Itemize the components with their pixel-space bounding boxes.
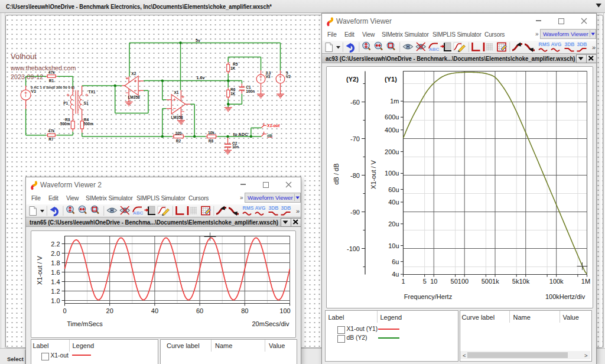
svg-text:5: 5 — [422, 277, 426, 284]
svg-text:dB / dB: dB / dB — [332, 163, 339, 184]
svg-text:47k: 47k — [48, 129, 55, 133]
svg-text:1.4: 1.4 — [51, 278, 60, 285]
svg-text:500m: 500m — [60, 122, 70, 126]
svg-text:X1-out: X1-out — [266, 124, 280, 128]
svg-text:400u: 400u — [385, 126, 399, 133]
svg-text:Frequency/Hertz: Frequency/Hertz — [404, 292, 451, 300]
svg-text:1.8: 1.8 — [51, 259, 60, 266]
svg-text:X1-out / V: X1-out / V — [36, 255, 43, 285]
svg-text:RMS: RMS — [539, 41, 550, 47]
svg-text:(Y1): (Y1) — [385, 75, 397, 82]
svg-text:1.2: 1.2 — [51, 287, 60, 294]
svg-text:1.0: 1.0 — [51, 297, 60, 304]
svg-text:X1: X1 — [174, 90, 179, 95]
svg-text:X1-out / V: X1-out / V — [369, 160, 376, 189]
svg-text:600u: 600u — [385, 113, 399, 121]
svg-text:2.2: 2.2 — [51, 240, 60, 247]
svg-text:R3: R3 — [65, 118, 70, 122]
svg-text:to ADC: to ADC — [233, 132, 248, 137]
svg-text:5001k: 5001k — [481, 277, 499, 284]
svg-text:Volhout: Volhout — [11, 52, 37, 61]
svg-text:(Y2): (Y2) — [346, 75, 359, 82]
svg-text:20u: 20u — [388, 220, 399, 227]
svg-text:10: 10 — [430, 277, 437, 284]
svg-text:5k10k: 5k10k — [512, 277, 529, 284]
svg-text:-90: -90 — [350, 208, 360, 215]
svg-text:1M: 1M — [581, 277, 590, 284]
svg-text:200u: 200u — [385, 148, 399, 155]
svg-text:P1: P1 — [63, 101, 68, 105]
svg-text:-60: -60 — [350, 98, 360, 105]
svg-text:50100: 50100 — [450, 277, 469, 284]
svg-text:dB: dB — [267, 134, 272, 138]
svg-text:20mSecs/div: 20mSecs/div — [252, 320, 290, 327]
svg-text:Time/mSecs: Time/mSecs — [67, 320, 103, 327]
svg-text:X2: X2 — [131, 72, 136, 76]
svg-text:500m: 500m — [83, 122, 93, 126]
svg-text:100k: 100k — [549, 277, 563, 284]
svg-text:»: » — [592, 44, 596, 51]
svg-text:AVG: AVG — [551, 41, 562, 47]
svg-text:V2: V2 — [286, 74, 291, 79]
svg-text:R6: R6 — [230, 87, 236, 92]
svg-text:100: 100 — [279, 307, 290, 314]
svg-text:V3: V3 — [265, 74, 270, 79]
svg-text:-70: -70 — [350, 135, 360, 142]
svg-text:-100: -100 — [346, 245, 359, 252]
svg-text:1: 1 — [401, 277, 405, 284]
svg-text:LM358: LM358 — [171, 115, 183, 119]
svg-text:20: 20 — [106, 307, 113, 314]
svg-text:100n: 100n — [246, 89, 255, 93]
svg-text:60: 60 — [196, 307, 203, 314]
svg-text:R4: R4 — [84, 118, 89, 122]
svg-text:2023-09-12: 2023-09-12 — [11, 73, 43, 80]
svg-text:»: » — [296, 207, 300, 214]
svg-text:LM358: LM358 — [128, 95, 140, 99]
svg-text:6u: 6u — [392, 258, 399, 265]
svg-text:www.thebackshed.com: www.thebackshed.com — [10, 64, 76, 72]
svg-text:40u: 40u — [388, 199, 399, 206]
svg-text:-80: -80 — [350, 171, 360, 178]
svg-text:3DB: 3DB — [269, 205, 279, 211]
svg-text:V1: V1 — [31, 89, 36, 93]
svg-text:3DB: 3DB — [281, 205, 291, 211]
svg-text:1.6v: 1.6v — [197, 75, 205, 80]
svg-text:R5: R5 — [233, 62, 238, 66]
svg-text:S1: S1 — [84, 101, 89, 105]
svg-text:1K: 1K — [230, 92, 236, 96]
svg-text:40: 40 — [151, 307, 158, 314]
svg-text:3DB: 3DB — [577, 41, 587, 47]
svg-text:10n: 10n — [232, 145, 239, 149]
svg-text:100u: 100u — [385, 170, 399, 177]
svg-text:ABC: ABC — [133, 210, 144, 216]
svg-text:1.6: 1.6 — [51, 268, 60, 275]
svg-text:3DB: 3DB — [565, 41, 575, 47]
svg-text:80: 80 — [241, 307, 248, 314]
svg-text:1m: 1m — [390, 98, 399, 105]
svg-text:R2: R2 — [176, 139, 181, 143]
svg-text:2.0: 2.0 — [51, 249, 60, 256]
svg-text:1K: 1K — [230, 66, 236, 70]
svg-text:ABC: ABC — [429, 47, 440, 52]
svg-text:R7: R7 — [48, 137, 54, 141]
svg-text:AVG: AVG — [255, 205, 266, 211]
svg-text:10u: 10u — [388, 242, 399, 249]
svg-text:220: 220 — [175, 131, 182, 135]
svg-text:4u: 4u — [392, 271, 399, 278]
svg-text:TX1: TX1 — [89, 90, 96, 94]
svg-text:5v: 5v — [196, 38, 200, 43]
svg-text:0 AC 1 0 Sin(0 300 50 0 0): 0 AC 1 0 Sin(0 300 50 0 0) — [31, 85, 74, 89]
svg-text:R8: R8 — [209, 139, 214, 143]
svg-text:RMS: RMS — [243, 205, 254, 211]
svg-text:10k: 10k — [208, 131, 214, 135]
svg-text:100kHertz/div: 100kHertz/div — [545, 292, 585, 300]
svg-text:C1: C1 — [246, 85, 251, 89]
svg-text:60u: 60u — [388, 186, 399, 193]
svg-text:0: 0 — [63, 307, 66, 314]
svg-text:R1: R1 — [49, 79, 54, 83]
